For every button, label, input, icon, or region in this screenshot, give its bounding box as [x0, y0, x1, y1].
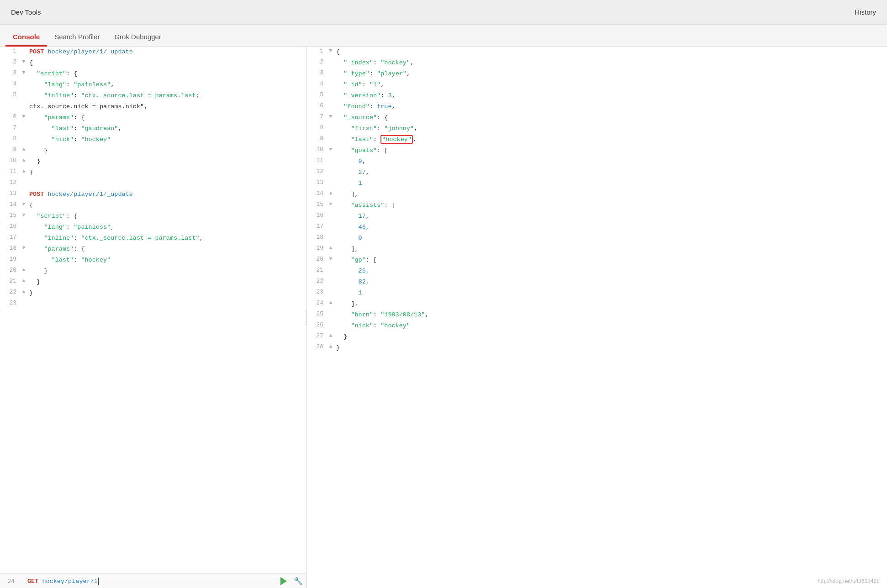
- table-row: 8 "first": "johnny",: [307, 123, 887, 134]
- history-link[interactable]: History: [855, 8, 876, 16]
- left-panel: 1 POST hockey/player/1/_update 2 ▼ { 3 ▼…: [0, 47, 307, 588]
- table-row: 27 ▲ }: [307, 331, 887, 342]
- table-row: 9 ▲ }: [0, 145, 306, 156]
- tab-grok-debugger[interactable]: Grok Debugger: [107, 28, 169, 47]
- table-row: 10 ▼ "goals": [: [307, 145, 887, 156]
- table-row: 5 "inline": "ctx._source.last = params.l…: [0, 90, 306, 112]
- input-line: 24 GET hockey/player/1 🔧: [0, 573, 306, 588]
- resize-handle[interactable]: [304, 47, 307, 588]
- app-title: Dev Tools: [11, 8, 41, 16]
- table-row: 19 ▲ ],: [307, 244, 887, 255]
- table-row: 9 "last": "hockey",: [307, 134, 887, 145]
- table-row: 7 ▼ "_source": {: [307, 112, 887, 123]
- run-button[interactable]: [277, 575, 290, 588]
- tab-console[interactable]: Console: [5, 28, 47, 47]
- table-row: 23: [0, 299, 306, 310]
- input-path: hockey/player/1: [38, 578, 98, 584]
- table-row: 4 "_id": "1",: [307, 79, 887, 90]
- table-row: 26 "nick": "hockey": [307, 320, 887, 331]
- input-method: GET: [27, 578, 38, 584]
- tabs-bar: Console Search Profiler Grok Debugger: [0, 25, 887, 47]
- table-row: 12 27,: [307, 167, 887, 178]
- table-row: 24 ▲ ],: [307, 299, 887, 310]
- table-row: 18 ▼ "params": {: [0, 244, 306, 255]
- table-row: 2 "_index": "hockey",: [307, 58, 887, 68]
- table-row: 25 "born": "1993/08/13",: [307, 310, 887, 320]
- drag-dots: [306, 310, 307, 325]
- table-row: 16 "lang": "painless",: [0, 222, 306, 233]
- table-row: 8 "nick": "hockey": [0, 134, 306, 145]
- table-row: 5 "_version": 3,: [307, 90, 887, 101]
- table-row: 7 "last": "gaudreau",: [0, 123, 306, 134]
- table-row: 23 1: [307, 288, 887, 299]
- highlighted-value: "hockey": [380, 135, 413, 144]
- main-content: 1 POST hockey/player/1/_update 2 ▼ { 3 ▼…: [0, 47, 887, 588]
- table-row: 15 ▼ "script": {: [0, 211, 306, 222]
- table-row: 16 17,: [307, 211, 887, 222]
- table-row: 22 82,: [307, 277, 887, 288]
- table-row: 15 ▼ "assists": [: [307, 200, 887, 211]
- toolbar-icons: 🔧: [274, 575, 306, 588]
- tab-search-profiler[interactable]: Search Profiler: [47, 28, 107, 47]
- table-row: 14 ▲ ],: [307, 189, 887, 200]
- table-row: 3 "_type": "player",: [307, 68, 887, 79]
- bottom-url: http://blog.net/u43613428: [818, 578, 880, 584]
- play-icon: [280, 577, 287, 585]
- table-row: 18 0: [307, 233, 887, 244]
- table-row: 17 "inline": "ctx._source.last = params.…: [0, 233, 306, 244]
- table-row: 13 POST hockey/player/1/_update: [0, 189, 306, 200]
- table-row: 1 POST hockey/player/1/_update: [0, 47, 306, 58]
- table-row: 21 26,: [307, 266, 887, 277]
- table-row: 21 ▲ }: [0, 277, 306, 288]
- table-row: 3 ▼ "script": {: [0, 68, 306, 79]
- table-row: 12: [0, 178, 306, 189]
- table-row: 4 "lang": "painless",: [0, 79, 306, 90]
- table-row: 6 "found": true,: [307, 101, 887, 112]
- table-row: 6 ▼ "params": {: [0, 112, 306, 123]
- table-row: 13 1: [307, 178, 887, 189]
- wrench-icon[interactable]: 🔧: [294, 577, 303, 586]
- table-row: 28 ▲ }: [307, 342, 887, 353]
- table-row: 2 ▼ {: [0, 58, 306, 68]
- table-row: 11 ▲ }: [0, 167, 306, 178]
- table-row: 14 ▼ {: [0, 200, 306, 211]
- table-row: 20 ▼ "gp": [: [307, 255, 887, 266]
- table-row: 11 9,: [307, 156, 887, 167]
- table-row: 20 ▲ }: [0, 266, 306, 277]
- top-bar: Dev Tools History: [0, 0, 887, 25]
- table-row: 22 ▲ }: [0, 288, 306, 299]
- table-row: 17 46,: [307, 222, 887, 233]
- table-row: 19 "last": "hockey": [0, 255, 306, 266]
- table-row: 1 ▼ {: [307, 47, 887, 58]
- editor-area[interactable]: 1 POST hockey/player/1/_update 2 ▼ { 3 ▼…: [0, 47, 306, 573]
- table-row: 10 ▲ }: [0, 156, 306, 167]
- right-panel: 1 ▼ { 2 "_index": "hockey", 3 "_type": "…: [307, 47, 887, 588]
